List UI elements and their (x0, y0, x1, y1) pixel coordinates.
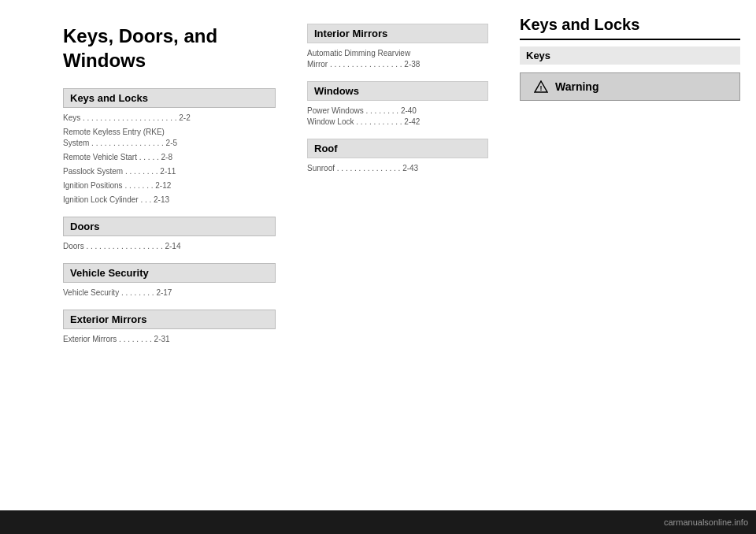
windows-section: Windows Power Windows . . . . . . . . 2-… (307, 81, 488, 128)
doors-header[interactable]: Doors (63, 217, 276, 236)
bottom-logo-text: carmanualsonline.info (664, 517, 748, 527)
warning-triangle-icon: ! (533, 80, 549, 94)
windows-header[interactable]: Windows (307, 81, 488, 101)
passlock-text: Passlock System . . . . . . . . 2-11 (63, 166, 276, 177)
bottom-bar: carmanualsonline.info (0, 510, 756, 534)
keys-text: Keys . . . . . . . . . . . . . . . . . .… (63, 113, 276, 124)
right-chapter-title: Keys and Locks (520, 16, 740, 40)
exterior-mirrors-header[interactable]: Exterior Mirrors (63, 310, 276, 329)
doors-text: Doors . . . . . . . . . . . . . . . . . … (63, 241, 276, 252)
warning-box: ! Warning (520, 72, 740, 101)
remote-start-text: Remote Vehicle Start . . . . . 2-8 (63, 152, 276, 163)
ignition-pos-text: Ignition Positions . . . . . . . 2-12 (63, 180, 276, 191)
right-column: Keys and Locks Keys ! Warning (504, 0, 756, 510)
interior-mirrors-header[interactable]: Interior Mirrors (307, 24, 488, 43)
roof-section: Roof Sunroof . . . . . . . . . . . . . .… (307, 139, 488, 174)
interior-mirrors-section: Interior Mirrors Automatic Dimming Rearv… (307, 24, 488, 70)
exterior-mirrors-section: Exterior Mirrors Exterior Mirrors . . . … (63, 310, 276, 345)
warning-label: Warning (555, 80, 598, 93)
chapter-title: Keys, Doors, and Windows (63, 24, 276, 72)
exterior-mirrors-text: Exterior Mirrors . . . . . . . . 2-31 (63, 334, 276, 345)
sunroof-text: Sunroof . . . . . . . . . . . . . . . 2-… (307, 163, 488, 174)
rke-text: Remote Keyless Entry (RKE)System . . . .… (63, 127, 276, 149)
vehicle-security-section: Vehicle Security Vehicle Security . . . … (63, 263, 276, 299)
roof-header[interactable]: Roof (307, 139, 488, 158)
left-column: Keys, Doors, and Windows Keys and Locks … (0, 0, 291, 510)
doors-section: Doors Doors . . . . . . . . . . . . . . … (63, 217, 276, 252)
vehicle-security-text: Vehicle Security . . . . . . . . 2-17 (63, 287, 276, 299)
windows-text: Power Windows . . . . . . . . 2-40Window… (307, 106, 488, 128)
right-keys-header[interactable]: Keys (520, 46, 740, 65)
keys-and-locks-section: Keys and Locks Keys . . . . . . . . . . … (63, 88, 276, 206)
keys-and-locks-header[interactable]: Keys and Locks (63, 88, 276, 108)
svg-text:!: ! (540, 84, 543, 92)
middle-column: Interior Mirrors Automatic Dimming Rearv… (291, 0, 504, 510)
auto-dimming-text: Automatic Dimming RearviewMirror . . . .… (307, 48, 488, 70)
vehicle-security-header[interactable]: Vehicle Security (63, 263, 276, 283)
ignition-lock-text: Ignition Lock Cylinder . . . 2-13 (63, 195, 276, 206)
